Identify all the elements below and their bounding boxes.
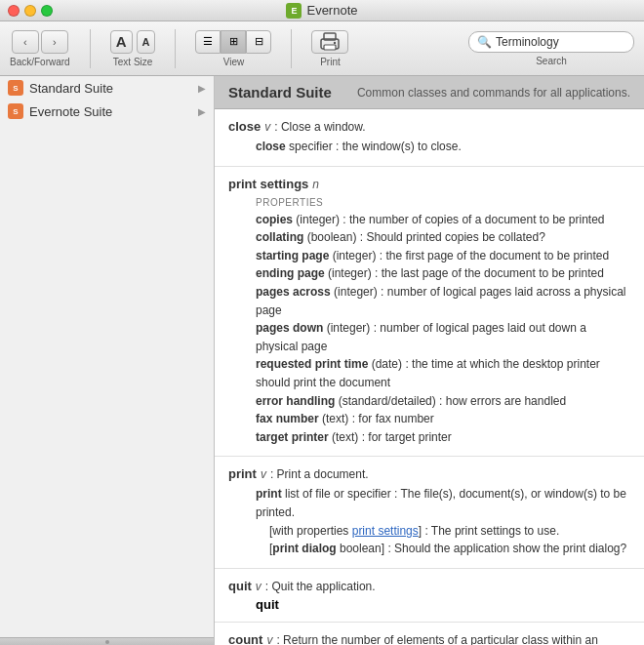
zoom-button[interactable] bbox=[41, 5, 53, 17]
view-group: ☰ ⊞ ⊟ View bbox=[195, 30, 271, 67]
view-grid-button[interactable]: ⊞ bbox=[221, 30, 246, 54]
entry-print-indent: print list of file or specifier : The fi… bbox=[228, 485, 630, 557]
sidebar-resizer[interactable] bbox=[0, 637, 214, 645]
sidebar-label-evernote-suite: Evernote Suite bbox=[29, 104, 112, 119]
prop-ending-page: ending page (integer) : the last page of… bbox=[228, 264, 630, 283]
entry-quit-indent: quit bbox=[228, 597, 630, 612]
text-size-controls: A A bbox=[110, 30, 156, 54]
suite-description: Common classes and commands for all appl… bbox=[357, 86, 630, 100]
entry-close-indent: close specifier : the window(s) to close… bbox=[228, 138, 630, 156]
suite-title: Standard Suite bbox=[228, 84, 332, 101]
text-size-large-button[interactable]: A bbox=[110, 30, 133, 54]
entry-quit-type: v bbox=[256, 580, 262, 593]
view-list-button[interactable]: ☰ bbox=[195, 30, 221, 54]
suite-header: Standard Suite Common classes and comman… bbox=[215, 76, 644, 109]
entry-close-desc: : Close a window. bbox=[274, 120, 365, 134]
prop-pages-across: pages across (integer) : number of logic… bbox=[228, 283, 630, 319]
sidebar-item-evernote-suite[interactable]: S Evernote Suite ▶ bbox=[0, 100, 214, 123]
entry-print-desc: : Print a document. bbox=[270, 467, 369, 481]
entry-close-type: v bbox=[264, 120, 270, 134]
close-specifier-rest: specifier : the window(s) to close. bbox=[289, 140, 462, 153]
print-settings-link[interactable]: print settings bbox=[352, 524, 419, 538]
quit-keyword: quit bbox=[256, 597, 279, 612]
back-forward-label: Back/Forward bbox=[10, 57, 70, 67]
entry-count: count v : Return the number of elements … bbox=[215, 623, 644, 645]
view-buttons: ☰ ⊞ ⊟ bbox=[195, 30, 271, 54]
search-label: Search bbox=[536, 56, 567, 66]
forward-button[interactable]: › bbox=[41, 30, 68, 54]
sidebar-label-standard-suite: Standard Suite bbox=[29, 81, 113, 96]
svg-point-3 bbox=[334, 41, 336, 43]
back-button[interactable]: ‹ bbox=[12, 30, 39, 54]
entry-quit-desc: : Quit the application. bbox=[265, 580, 376, 593]
back-forward-controls: ‹ › bbox=[12, 30, 68, 54]
print-label: Print bbox=[320, 57, 341, 67]
entry-print: print v : Print a document. print list o… bbox=[215, 457, 644, 568]
entry-count-title: count v : Return the number of elements … bbox=[228, 632, 630, 645]
search-input[interactable] bbox=[496, 35, 623, 49]
app-icon: E bbox=[286, 3, 302, 19]
window-title: E Evernote bbox=[286, 3, 357, 19]
text-size-label: Text Size bbox=[113, 57, 153, 67]
search-container: 🔍 Search bbox=[468, 31, 634, 66]
traffic-lights bbox=[8, 5, 53, 17]
separator-1 bbox=[90, 29, 91, 68]
view-label: View bbox=[223, 57, 245, 67]
print-button[interactable] bbox=[311, 30, 348, 54]
content-pane: Standard Suite Common classes and comman… bbox=[215, 76, 644, 645]
sidebar-icon-evernote: S bbox=[8, 103, 23, 119]
resize-dot bbox=[105, 640, 109, 644]
entry-close-title: close v : Close a window. bbox=[228, 119, 630, 134]
print-dialog-line: [print dialog boolean] : Should the appl… bbox=[256, 540, 630, 558]
print-with-properties-line: [with properties print settings] : The p… bbox=[256, 522, 630, 541]
entry-quit: quit v : Quit the application. quit bbox=[215, 569, 644, 623]
close-specifier-name: close bbox=[256, 140, 286, 153]
entry-count-desc: : Return the number of elements of a par… bbox=[276, 633, 630, 645]
sidebar-arrow-evernote: ▶ bbox=[198, 106, 206, 117]
text-size-small-button[interactable]: A bbox=[137, 30, 156, 54]
sidebar-arrow-standard: ▶ bbox=[198, 83, 206, 94]
entry-print-settings-name: print settings bbox=[228, 177, 308, 191]
prop-starting-page: starting page (integer) : the first page… bbox=[228, 247, 630, 265]
title-bar: E Evernote bbox=[0, 0, 644, 21]
prop-copies: copies (integer) : the number of copies … bbox=[228, 211, 630, 229]
print-icon bbox=[319, 32, 341, 52]
prop-pages-down: pages down (integer) : number of logical… bbox=[228, 319, 630, 355]
separator-2 bbox=[175, 29, 176, 68]
back-forward-group: ‹ › Back/Forward bbox=[10, 30, 70, 67]
toolbar: ‹ › Back/Forward A A Text Size ☰ ⊞ ⊟ Vie… bbox=[0, 21, 644, 76]
prop-target-printer: target printer (text) : for target print… bbox=[228, 428, 630, 447]
entry-print-settings-type: n bbox=[312, 178, 319, 191]
print-group: Print bbox=[311, 30, 348, 67]
sidebar-icon-standard: S bbox=[8, 80, 23, 96]
close-specifier-line: close specifier : the window(s) to close… bbox=[256, 140, 462, 153]
entry-print-settings: print settings n PROPERTIES copies (inte… bbox=[215, 167, 644, 458]
svg-rect-2 bbox=[324, 45, 336, 50]
entry-quit-title: quit v : Quit the application. bbox=[228, 579, 630, 593]
entry-count-type: v bbox=[266, 633, 272, 645]
view-detail-button[interactable]: ⊟ bbox=[246, 30, 271, 54]
entry-print-type: v bbox=[261, 467, 266, 481]
entry-print-settings-title: print settings n bbox=[228, 177, 630, 191]
sidebar-list: S Standard Suite ▶ S Evernote Suite ▶ bbox=[0, 76, 214, 637]
entry-print-name: print bbox=[228, 466, 257, 481]
text-size-group: A A Text Size bbox=[110, 30, 156, 67]
minimize-button[interactable] bbox=[24, 5, 36, 17]
main-area: S Standard Suite ▶ S Evernote Suite ▶ St… bbox=[0, 76, 644, 645]
prop-collating: collating (boolean) : Should printed cop… bbox=[228, 228, 630, 247]
prop-requested-print-time: requested print time (date) : the time a… bbox=[228, 355, 630, 391]
entry-quit-name: quit bbox=[228, 579, 252, 593]
search-icon: 🔍 bbox=[477, 35, 492, 49]
print-list-line: print list of file or specifier : The fi… bbox=[256, 485, 630, 521]
separator-3 bbox=[291, 29, 292, 68]
sidebar: S Standard Suite ▶ S Evernote Suite ▶ bbox=[0, 76, 215, 645]
entry-close: close v : Close a window. close specifie… bbox=[215, 109, 644, 167]
entry-count-name: count bbox=[228, 632, 262, 645]
search-input-wrap[interactable]: 🔍 bbox=[468, 31, 634, 53]
sidebar-item-standard-suite[interactable]: S Standard Suite ▶ bbox=[0, 76, 214, 100]
prop-error-handling: error handling (standard/detailed) : how… bbox=[228, 392, 630, 411]
prop-fax-number: fax number (text) : for fax number bbox=[228, 410, 630, 428]
close-button[interactable] bbox=[8, 5, 20, 17]
entry-close-name: close bbox=[228, 119, 261, 134]
entry-print-title: print v : Print a document. bbox=[228, 466, 630, 481]
